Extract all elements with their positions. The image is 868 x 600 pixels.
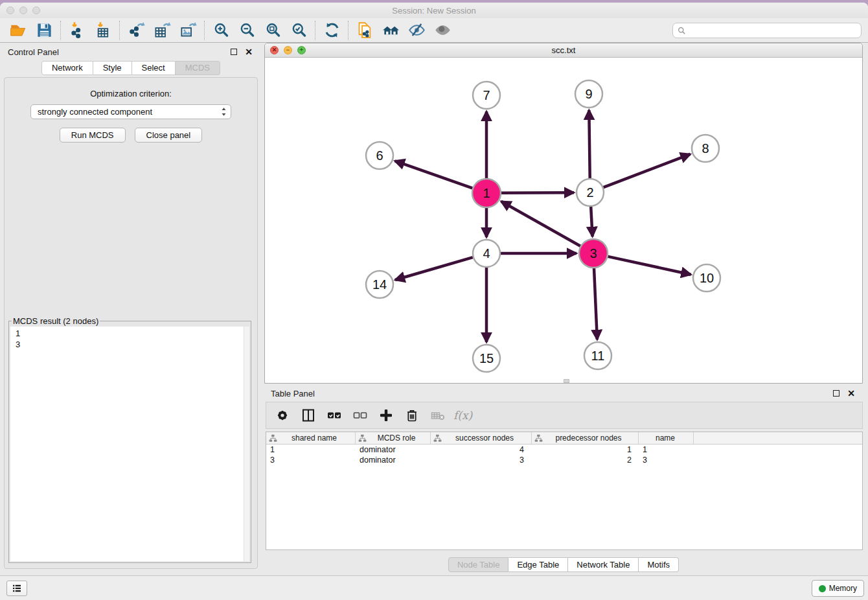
screen: Session: New Session Control Panel ✕: [0, 0, 868, 600]
toolbar-separator: [60, 21, 61, 40]
function-builder-button[interactable]: f(x): [453, 405, 475, 426]
node-label: 8: [702, 141, 709, 156]
close-panel-icon[interactable]: ✕: [245, 47, 253, 56]
tab-select[interactable]: Select: [132, 61, 176, 75]
column-header-MCDS-role[interactable]: MCDS role: [356, 432, 431, 444]
table-panel-title: Table Panel: [271, 389, 315, 398]
save-session-button[interactable]: [31, 20, 57, 41]
table-toolbar: f(x): [266, 402, 863, 429]
memory-status-dot: [819, 585, 826, 592]
first-neighbors-button[interactable]: [378, 20, 404, 41]
export-image-button[interactable]: [175, 20, 201, 41]
show-all-button[interactable]: [429, 20, 455, 41]
node-10[interactable]: 10: [693, 264, 720, 292]
optimization-select[interactable]: strongly connected component: [30, 104, 231, 119]
delete-row-button[interactable]: [401, 405, 423, 426]
column-header-name[interactable]: name: [639, 432, 694, 444]
network-zoom-icon[interactable]: +: [297, 46, 306, 54]
cell: 3: [431, 456, 532, 465]
run-mcds-button[interactable]: Run MCDS: [60, 128, 126, 143]
zoom-in-button[interactable]: [208, 20, 234, 41]
task-history-button[interactable]: [6, 581, 27, 596]
node-2[interactable]: 2: [577, 179, 604, 206]
close-panel-button[interactable]: Close panel: [135, 128, 203, 143]
network-minimize-icon[interactable]: −: [284, 46, 292, 54]
add-row-button[interactable]: [375, 405, 397, 426]
zoom-out-button[interactable]: [234, 20, 260, 41]
zoom-selected-button[interactable]: [286, 20, 312, 41]
mcds-result-text[interactable]: 13: [10, 327, 249, 561]
gear-button[interactable]: [271, 405, 293, 426]
network-canvas[interactable]: 7968124314101511: [265, 58, 862, 383]
node-11[interactable]: 11: [584, 342, 611, 369]
deselect-all-button[interactable]: [349, 405, 371, 426]
import-network-button[interactable]: [64, 20, 90, 41]
close-table-panel-icon[interactable]: ✕: [847, 389, 855, 398]
edge-1-6[interactable]: [395, 161, 473, 188]
delete-table-button[interactable]: [427, 405, 449, 426]
optimization-value: strongly connected component: [38, 107, 152, 117]
node-9[interactable]: 9: [575, 80, 602, 108]
export-network-button[interactable]: [123, 20, 149, 41]
float-table-panel-icon[interactable]: [833, 390, 839, 397]
network-close-icon[interactable]: ✕: [270, 46, 279, 54]
zoom-window-icon[interactable]: [32, 6, 40, 14]
node-15[interactable]: 15: [473, 345, 500, 372]
minimize-window-icon[interactable]: [19, 6, 27, 14]
column-header-successor-nodes[interactable]: successor nodes: [431, 432, 532, 444]
node-3[interactable]: 3: [579, 239, 608, 268]
function-builder-icon: f(x): [453, 408, 475, 423]
table-panel: Table Panel ✕ f(x) shared nameMCDS roles…: [264, 384, 863, 575]
node-7[interactable]: 7: [473, 82, 500, 109]
edge-1-2[interactable]: [501, 192, 574, 193]
column-header-predecessor-nodes[interactable]: predecessor nodes: [532, 432, 639, 444]
tab-mcds[interactable]: MCDS: [176, 61, 220, 75]
tab-motifs[interactable]: Motifs: [639, 557, 679, 572]
node-label: 10: [700, 271, 714, 285]
memory-label: Memory: [829, 584, 857, 593]
zoom-fit-button[interactable]: [260, 20, 286, 41]
tab-edge-table[interactable]: Edge Table: [508, 557, 568, 572]
node-6[interactable]: 6: [366, 142, 393, 169]
edge-3-10[interactable]: [608, 257, 691, 275]
columns-button[interactable]: [297, 405, 319, 426]
tab-node-table[interactable]: Node Table: [448, 557, 509, 572]
gear-icon: [275, 408, 290, 423]
edge-4-14[interactable]: [395, 257, 473, 280]
import-table-button[interactable]: [90, 20, 116, 41]
select-all-button[interactable]: [323, 405, 345, 426]
hide-selected-button[interactable]: [404, 20, 429, 41]
node-4[interactable]: 4: [473, 240, 500, 267]
tab-network[interactable]: Network: [41, 61, 93, 75]
node-1[interactable]: 1: [472, 179, 501, 207]
canvas-resize-handle[interactable]: [564, 379, 569, 383]
node-8[interactable]: 8: [692, 135, 719, 162]
node-label: 2: [586, 185, 593, 200]
hide-selected-icon: [408, 21, 426, 39]
node-label: 1: [483, 186, 490, 200]
node-label: 9: [585, 87, 592, 101]
memory-button[interactable]: Memory: [812, 580, 864, 597]
close-window-icon[interactable]: [6, 6, 14, 14]
edge-3-1[interactable]: [501, 202, 580, 246]
chevron-updown-icon: [221, 107, 227, 117]
edge-2-3[interactable]: [591, 207, 592, 237]
new-network-from-selection-button[interactable]: [352, 20, 378, 41]
edge-2-8[interactable]: [604, 154, 691, 187]
table-row[interactable]: 3dominator323: [266, 455, 862, 465]
hierarchy-icon: [358, 434, 367, 443]
table-row[interactable]: 1dominator411: [266, 444, 862, 455]
apply-layout-icon: [323, 21, 341, 39]
tab-network-table[interactable]: Network Table: [568, 557, 639, 572]
apply-layout-button[interactable]: [319, 20, 345, 41]
edge-3-11[interactable]: [594, 268, 597, 340]
tab-style[interactable]: Style: [93, 61, 132, 75]
node-14[interactable]: 14: [366, 271, 393, 298]
search-input[interactable]: [689, 26, 856, 35]
export-table-button[interactable]: [149, 20, 175, 41]
float-panel-icon[interactable]: [231, 49, 237, 55]
result-scrollbar[interactable]: [244, 327, 249, 561]
open-session-button[interactable]: [5, 20, 31, 41]
column-header-shared-name[interactable]: shared name: [266, 432, 356, 444]
edge-2-9[interactable]: [589, 110, 589, 178]
